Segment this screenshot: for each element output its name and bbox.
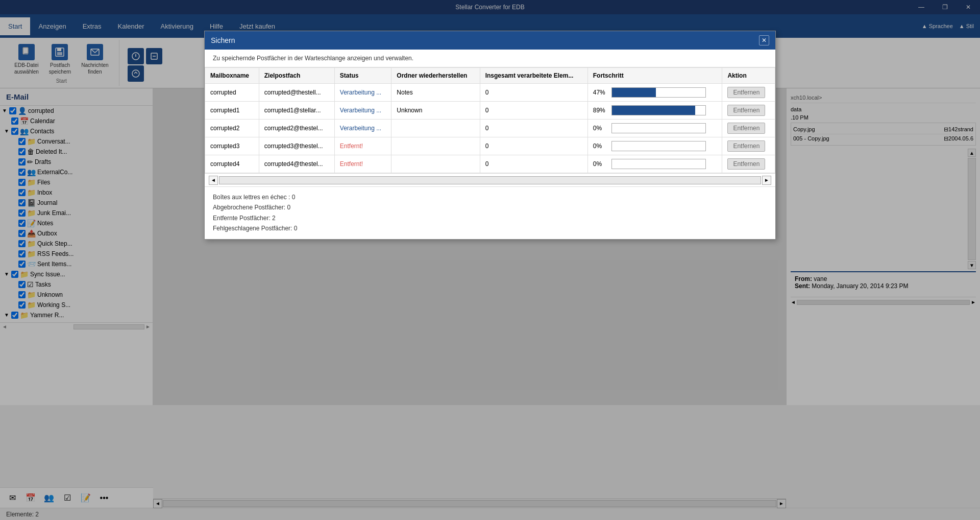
remove-btn-2[interactable]: Entfernen: [727, 105, 765, 116]
footer-value-3: 2: [272, 215, 276, 222]
cell-mailboxname: corrupted2: [205, 120, 259, 137]
modal-close-button[interactable]: ✕: [759, 35, 769, 45]
footer-line1: Boîtes aux lettres en échec : 0: [213, 192, 767, 202]
footer-label-4: Fehlgeschlagene Postfächer:: [213, 225, 294, 232]
cell-insgesamt: 0: [480, 120, 587, 137]
footer-line4: Fehlgeschlagene Postfächer: 0: [213, 223, 767, 233]
footer-line3: Entfernte Postfächer: 2: [213, 213, 767, 223]
modal-title: Sichern: [211, 36, 235, 44]
table-row: corrupted3 corrupted3@thestel... Entfern…: [205, 137, 775, 155]
cell-status-processing[interactable]: Verarbeitung ...: [334, 120, 391, 137]
cell-insgesamt: 0: [480, 155, 587, 173]
progress-bar-5: [611, 159, 706, 169]
col-insgesamt: Insgesamt verarbeitete Elem...: [480, 68, 587, 84]
cell-fortschritt: 89%: [587, 102, 722, 120]
cell-aktion: Entfernen: [722, 155, 775, 173]
mailbox-table: Mailboxname Zielpostfach Status Ordner w…: [205, 67, 775, 173]
cell-fortschritt: 47%: [587, 84, 722, 102]
col-mailboxname: Mailboxname: [205, 68, 259, 84]
cell-mailboxname: corrupted3: [205, 137, 259, 155]
col-aktion: Aktion: [722, 68, 775, 84]
cell-aktion: Entfernen: [722, 102, 775, 120]
table-row: corrupted corrupted@thestell... Verarbei…: [205, 84, 775, 102]
cell-ordner: Unknown: [391, 102, 480, 120]
footer-label-3: Entfernte Postfächer:: [213, 215, 272, 222]
cell-status-processing[interactable]: Verarbeitung ...: [334, 84, 391, 102]
progress-bar-4: [611, 141, 706, 151]
cell-ordner: [391, 137, 480, 155]
modal-header: Sichern ✕: [205, 31, 775, 50]
cell-fortschritt: 0%: [587, 155, 722, 173]
cell-aktion: Entfernen: [722, 84, 775, 102]
remove-btn-4[interactable]: Entfernen: [727, 140, 765, 152]
remove-btn-1[interactable]: Entfernen: [727, 87, 765, 98]
footer-value-2: 0: [287, 204, 290, 211]
cell-mailboxname: corrupted1: [205, 102, 259, 120]
progress-bar-2: [611, 105, 706, 115]
modal-table-container: Mailboxname Zielpostfach Status Ordner w…: [205, 67, 775, 173]
cell-aktion: Entfernen: [722, 137, 775, 155]
modal-sichern: Sichern ✕ Zu speichernde Postfächer in d…: [204, 31, 776, 240]
cell-status-removed: Entfernt!: [334, 137, 391, 155]
col-ordner: Ordner wiederherstellen: [391, 68, 480, 84]
cell-insgesamt: 0: [480, 84, 587, 102]
cell-zielpostfach: corrupted1@stellar...: [259, 102, 334, 120]
remove-btn-3[interactable]: Entfernen: [727, 123, 765, 134]
cell-ordner: Notes: [391, 84, 480, 102]
cell-status-processing[interactable]: Verarbeitung ...: [334, 102, 391, 120]
modal-scroll-right[interactable]: ►: [762, 176, 771, 185]
cell-fortschritt: 0%: [587, 120, 722, 137]
cell-zielpostfach: corrupted2@thestel...: [259, 120, 334, 137]
modal-scrollbar: ◄ ►: [205, 173, 775, 186]
col-status: Status: [334, 68, 391, 84]
cell-mailboxname: corrupted: [205, 84, 259, 102]
table-row: corrupted4 corrupted4@thestel... Entfern…: [205, 155, 775, 173]
cell-ordner: [391, 155, 480, 173]
cell-aktion: Entfernen: [722, 120, 775, 137]
table-row: corrupted2 corrupted2@thestel... Verarbe…: [205, 120, 775, 137]
progress-bar-3: [611, 123, 706, 133]
footer-line2: Abgebrochene Postfächer: 0: [213, 202, 767, 212]
cell-ordner: [391, 120, 480, 137]
footer-label-2: Abgebrochene Postfächer:: [213, 204, 287, 211]
cell-status-removed: Entfernt!: [334, 155, 391, 173]
progress-bar-1: [611, 87, 706, 98]
table-row: corrupted1 corrupted1@stellar... Verarbe…: [205, 102, 775, 120]
modal-footer: Boîtes aux lettres en échec : 0 Abgebroc…: [205, 186, 775, 239]
cell-insgesamt: 0: [480, 102, 587, 120]
footer-value-4: 0: [294, 225, 298, 232]
cell-zielpostfach: corrupted4@thestel...: [259, 155, 334, 173]
cell-insgesamt: 0: [480, 137, 587, 155]
modal-subtitle: Zu speichernde Postfächer in der Wartesc…: [205, 50, 775, 67]
modal-scroll-track[interactable]: [219, 176, 761, 184]
col-fortschritt: Fortschritt: [587, 68, 722, 84]
modal-overlay: Sichern ✕ Zu speichernde Postfächer in d…: [0, 0, 980, 520]
cell-zielpostfach: corrupted3@thestel...: [259, 137, 334, 155]
col-zielpostfach: Zielpostfach: [259, 68, 334, 84]
remove-btn-5[interactable]: Entfernen: [727, 158, 765, 170]
cell-fortschritt: 0%: [587, 137, 722, 155]
footer-label-1: Boîtes aux lettres en échec :: [213, 194, 292, 201]
modal-scroll-left[interactable]: ◄: [209, 176, 218, 185]
cell-mailboxname: corrupted4: [205, 155, 259, 173]
footer-value-1: 0: [292, 194, 296, 201]
cell-zielpostfach: corrupted@thestell...: [259, 84, 334, 102]
